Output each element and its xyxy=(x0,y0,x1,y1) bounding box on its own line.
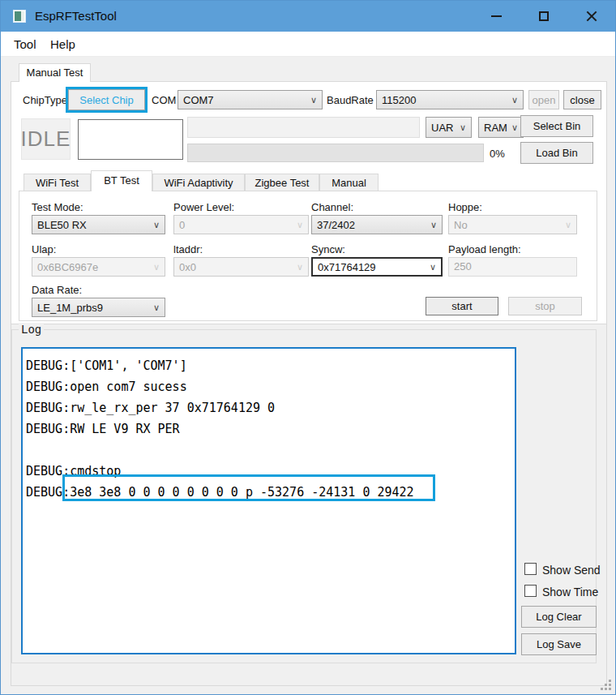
show-send-checkbox[interactable] xyxy=(524,563,537,575)
select-chip-highlight: Select Chip xyxy=(66,87,148,113)
chevron-down-icon: ∨ xyxy=(297,262,308,272)
ltaddr-value: 0x0 xyxy=(179,261,196,273)
ulap-label: Ulap: xyxy=(32,243,56,255)
data-rate-value: LE_1M_prbs9 xyxy=(37,302,103,314)
hoppe-value: No xyxy=(454,219,468,231)
syncw-select[interactable]: 0x71764129∨ xyxy=(311,257,443,277)
test-mode-value: BLE50 RX xyxy=(37,219,87,231)
stop-button: stop xyxy=(508,297,582,315)
close-button[interactable]: close xyxy=(563,90,601,109)
ltaddr-label: ltaddr: xyxy=(173,243,203,255)
chevron-down-icon: ∨ xyxy=(297,220,308,230)
chevron-down-icon: ∨ xyxy=(565,220,576,230)
hoppe-select: No∨ xyxy=(448,215,577,234)
tab-zigbee-test[interactable]: Zigbee Test xyxy=(245,174,319,191)
com-port-select[interactable]: COM7∨ xyxy=(178,90,323,109)
log-clear-button[interactable]: Log Clear xyxy=(521,606,597,628)
test-mode-label: Test Mode: xyxy=(32,201,83,213)
chevron-down-icon: ∨ xyxy=(430,262,441,272)
chip-info-box xyxy=(78,119,183,160)
log-line: DEBUG:rw_le_rx_per 37 0x71764129 0 xyxy=(26,397,275,418)
log-line: DEBUG:RW LE V9 RX PER xyxy=(26,418,180,440)
channel-label: Channel: xyxy=(311,201,353,213)
com-label: COM xyxy=(152,94,176,106)
log-line: DEBUG:open com7 sucess xyxy=(26,376,187,397)
show-time-label: Show Time xyxy=(542,586,598,598)
memory-value: RAM xyxy=(484,122,507,134)
load-bin-button[interactable]: Load Bin xyxy=(520,142,593,164)
titlebar: EspRFTestTool xyxy=(1,1,615,32)
memory-select[interactable]: RAM∨ xyxy=(478,117,524,138)
ltaddr-select: 0x0∨ xyxy=(173,257,309,277)
syncw-value: 0x71764129 xyxy=(318,261,376,273)
data-rate-select[interactable]: LE_1M_prbs9∨ xyxy=(32,298,165,317)
channel-value: 37/2402 xyxy=(317,219,355,231)
minimize-icon xyxy=(491,15,502,17)
baudrate-select[interactable]: 115200∨ xyxy=(376,90,524,109)
channel-select[interactable]: 37/2402∨ xyxy=(311,215,443,234)
maximize-icon xyxy=(539,11,549,21)
show-time-checkbox[interactable] xyxy=(524,585,537,597)
data-rate-label: Data Rate: xyxy=(32,284,82,296)
menu-tool[interactable]: Tool xyxy=(11,32,40,57)
minimize-button[interactable] xyxy=(478,1,514,32)
tab-wifi-test[interactable]: WiFi Test xyxy=(24,174,91,191)
open-button: open xyxy=(528,90,559,109)
tab-manual-test[interactable]: Manual Test xyxy=(19,63,91,82)
chevron-down-icon: ∨ xyxy=(460,122,471,133)
payload-length-label: Payload length: xyxy=(448,243,521,255)
close-icon xyxy=(585,10,598,23)
syncw-label: Syncw: xyxy=(311,243,345,255)
log-result-highlight-box xyxy=(62,474,435,501)
chevron-down-icon: ∨ xyxy=(153,262,165,272)
log-save-button[interactable]: Log Save xyxy=(521,633,597,655)
test-mode-select[interactable]: BLE50 RX∨ xyxy=(32,215,165,234)
chevron-down-icon: ∨ xyxy=(153,302,165,313)
app-window: EspRFTestTool Tool Help Manual Test Chip… xyxy=(0,0,616,695)
app-icon xyxy=(13,10,26,23)
menu-help[interactable]: Help xyxy=(47,32,79,57)
log-group-title: Log xyxy=(19,323,44,336)
baudrate-value: 115200 xyxy=(382,94,416,106)
window-title: EspRFTestTool xyxy=(35,1,117,32)
interface-select[interactable]: UAR∨ xyxy=(426,117,472,138)
ulap-select: 0x6BC6967e∨ xyxy=(32,257,165,277)
menu-bar xyxy=(1,32,615,57)
hoppe-label: Hoppe: xyxy=(448,201,482,213)
baudrate-label: BaudRate xyxy=(327,94,374,106)
select-bin-button[interactable]: Select Bin xyxy=(520,115,593,137)
show-send-label: Show Send xyxy=(542,564,601,577)
com-port-value: COM7 xyxy=(183,94,214,106)
close-window-button[interactable] xyxy=(574,1,610,32)
payload-length-field: 250 xyxy=(448,257,577,277)
start-button[interactable]: start xyxy=(426,297,498,315)
chevron-down-icon: ∨ xyxy=(511,95,523,105)
bin-path-field xyxy=(187,117,420,138)
interface-value: UAR xyxy=(431,122,453,134)
power-level-label: Power Level: xyxy=(173,201,234,213)
tab-bt-test[interactable]: BT Test xyxy=(91,170,152,191)
load-progress-bar xyxy=(187,144,484,162)
tab-wifi-adaptivity[interactable]: WiFi Adaptivity xyxy=(152,174,245,191)
ulap-value: 0x6BC6967e xyxy=(37,261,98,273)
log-line: DEBUG:['COM1', 'COM7'] xyxy=(26,355,187,376)
maximize-button[interactable] xyxy=(526,1,562,32)
chevron-down-icon: ∨ xyxy=(153,220,165,230)
select-chip-button[interactable]: Select Chip xyxy=(68,89,145,110)
power-level-value: 0 xyxy=(179,219,185,231)
status-idle: IDLE xyxy=(21,118,71,160)
chevron-down-icon: ∨ xyxy=(310,95,322,105)
progress-percent: 0% xyxy=(490,148,505,160)
resize-grip[interactable] xyxy=(601,680,611,690)
chevron-down-icon: ∨ xyxy=(430,220,442,230)
chiptype-label: ChipType xyxy=(23,94,67,106)
power-level-select: 0∨ xyxy=(173,215,309,234)
tab-manual[interactable]: Manual xyxy=(319,174,379,191)
